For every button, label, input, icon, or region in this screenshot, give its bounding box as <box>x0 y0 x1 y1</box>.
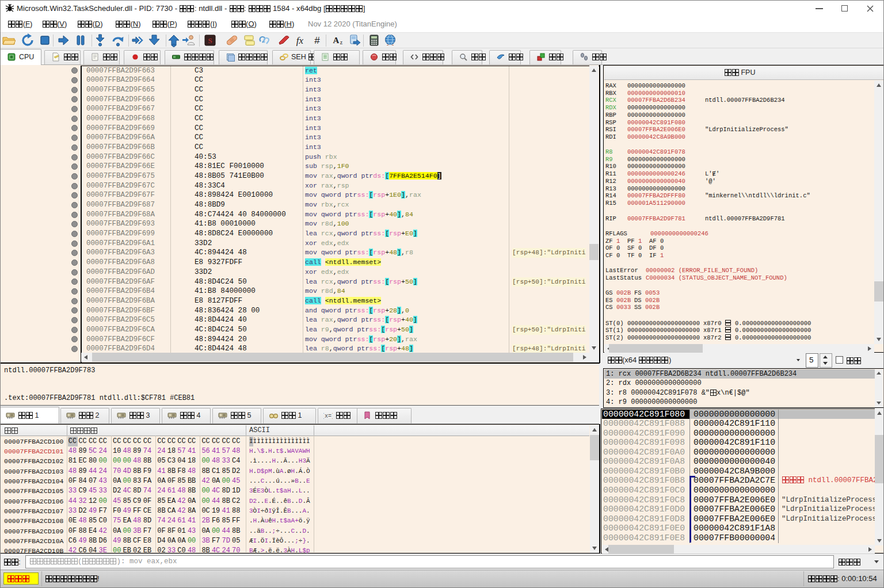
svg-text:z: z <box>340 39 343 45</box>
svg-text:#: # <box>314 35 320 46</box>
svg-text:S: S <box>208 36 212 45</box>
svg-text:[x=]: [x=] <box>323 413 333 419</box>
svg-text:fx: fx <box>296 35 304 46</box>
svg-text:A: A <box>333 36 340 45</box>
